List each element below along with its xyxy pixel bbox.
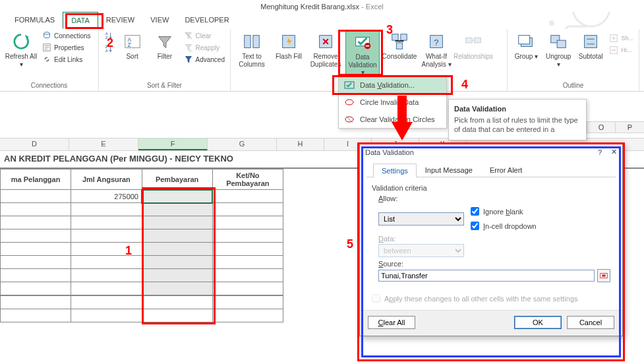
file-name: Menghitung Kredit Barang.xlsx — [260, 3, 359, 11]
anno-num-3: 3 — [386, 23, 393, 37]
ignore-blank-checkbox[interactable]: Ignore blank — [471, 207, 537, 216]
apply-changes-checkbox: Apply these changes to all other cells w… — [372, 294, 610, 303]
dv-check-icon — [344, 80, 355, 90]
remove-duplicates-button[interactable]: Remove Duplicates — [308, 30, 343, 69]
source-label: Source: — [378, 260, 610, 268]
connections-button[interactable]: Connections — [41, 30, 92, 41]
reapply-button[interactable]: Reapply — [183, 42, 226, 53]
circle-invalid-icon — [344, 97, 355, 107]
col-head-E[interactable]: E — [69, 138, 138, 150]
dialog-title: Data Validation — [365, 148, 414, 156]
col-head-P[interactable]: P — [616, 121, 644, 133]
table-row[interactable] — [1, 269, 283, 282]
tab-data[interactable]: DATA — [63, 12, 98, 29]
sort-button[interactable]: AZ Sort — [117, 30, 147, 62]
close-button[interactable]: ✕ — [611, 148, 617, 156]
dlg-tab-settings[interactable]: Settings — [373, 164, 417, 177]
subtotal-button[interactable]: Subtotal — [576, 30, 606, 62]
dlg-tab-input-message[interactable]: Input Message — [417, 163, 481, 177]
refresh-icon — [11, 32, 31, 51]
data-validation-button[interactable]: Data Validation ▾ — [345, 30, 380, 78]
data-label: Data: — [378, 235, 610, 243]
svg-rect-19 — [396, 43, 402, 49]
filter-button[interactable]: Filter — [150, 30, 179, 62]
svg-rect-18 — [401, 34, 407, 40]
what-if-button[interactable]: ? What-If Analysis ▾ — [419, 30, 454, 69]
filter-icon — [155, 32, 175, 51]
hide-detail-button[interactable]: Hi... — [608, 45, 635, 55]
tab-review[interactable]: REVIEW — [98, 12, 142, 29]
clear-circles-icon — [344, 114, 355, 125]
table-row[interactable] — [1, 216, 283, 229]
advanced-button[interactable]: Advanced — [183, 54, 226, 65]
refresh-all-button[interactable]: Refresh All ▾ — [4, 30, 38, 69]
clear-filter-button[interactable]: Clear — [183, 30, 226, 41]
col-head-H[interactable]: H — [277, 138, 324, 150]
text-to-columns-button[interactable]: Text to Columns — [235, 30, 269, 69]
col-head-G[interactable]: G — [208, 138, 277, 150]
svg-point-2 — [44, 32, 50, 35]
criteria-label: Validation criteria — [372, 184, 610, 192]
minus-detail-icon — [609, 46, 618, 55]
group-label-sort-filter: Sort & Filter — [103, 80, 226, 91]
cancel-button[interactable]: Cancel — [567, 316, 614, 329]
group-label-connections: Connections — [4, 80, 94, 91]
table-row[interactable] — [1, 229, 283, 243]
svg-rect-12 — [253, 36, 259, 48]
active-cell[interactable] — [142, 190, 212, 203]
flash-fill-icon — [279, 32, 299, 51]
flash-fill-button[interactable]: Flash Fill — [272, 30, 306, 62]
svg-text:Z: Z — [127, 42, 131, 48]
ribbon-tabs: FORMULAS DATA REVIEW VIEW DEVELOPER — [0, 12, 644, 29]
tab-developer[interactable]: DEVELOPER — [177, 12, 237, 29]
table-row[interactable] — [1, 203, 283, 216]
th-pelanggan: ma Pelanggan — [1, 169, 71, 190]
what-if-icon: ? — [426, 32, 446, 51]
tooltip: Data Validation Pick from a list of rule… — [448, 99, 587, 140]
col-head-O[interactable]: O — [587, 121, 616, 133]
properties-icon — [42, 43, 51, 52]
menu-item-data-validation[interactable]: Data Validation... — [339, 76, 446, 94]
svg-rect-22 — [466, 38, 472, 43]
text-to-columns-icon — [242, 32, 262, 51]
svg-rect-25 — [519, 36, 530, 44]
svg-rect-17 — [392, 34, 398, 40]
svg-rect-28 — [585, 36, 597, 48]
show-detail-button[interactable]: Sh... — [608, 33, 635, 44]
group-label-outline: Outline — [512, 80, 635, 91]
properties-button[interactable]: Properties — [41, 42, 92, 53]
arrow-down-icon — [389, 96, 415, 143]
ribbon: Refresh All ▾ Connections Properties Edi… — [0, 29, 644, 92]
col-head-F[interactable]: F — [138, 138, 208, 150]
col-head-D[interactable]: D — [0, 138, 69, 150]
dlg-tab-error-alert[interactable]: Error Alert — [481, 163, 531, 177]
allow-select[interactable]: List — [378, 212, 464, 226]
edit-links-button[interactable]: Edit Links — [41, 54, 92, 65]
titlebar: Menghitung Kredit Barang.xlsx - Excel — [0, 0, 644, 12]
tab-formulas[interactable]: FORMULAS — [7, 12, 63, 29]
incell-dropdown-checkbox[interactable]: In-cell dropdown — [471, 222, 537, 230]
ok-button[interactable]: OK — [514, 316, 562, 329]
clear-all-button[interactable]: Clear All — [368, 316, 415, 329]
th-angsuran: Jml Angsuran — [71, 169, 142, 190]
relationships-button[interactable]: Relationships — [456, 30, 490, 62]
svg-rect-23 — [475, 38, 481, 43]
advanced-icon — [184, 55, 193, 64]
table-row[interactable] — [1, 282, 283, 295]
subtotal-icon — [581, 32, 600, 51]
source-input[interactable] — [378, 270, 595, 282]
cell-angsuran-1[interactable]: 275000 — [71, 190, 142, 203]
ungroup-button[interactable]: Ungroup ▾ — [544, 30, 573, 69]
ungroup-icon — [548, 32, 568, 51]
table-row[interactable]: 275000 — [1, 190, 283, 203]
sort-icon: AZ — [123, 32, 142, 51]
help-button[interactable]: ? — [598, 148, 602, 156]
range-picker-button[interactable] — [597, 269, 610, 282]
table-row[interactable] — [1, 243, 283, 256]
svg-rect-35 — [602, 274, 605, 277]
table-row[interactable] — [1, 256, 283, 269]
tooltip-body: Pick from a list of rules to limit the t… — [454, 115, 581, 135]
tooltip-title: Data Validation — [454, 105, 581, 113]
tab-view[interactable]: VIEW — [142, 12, 177, 29]
group-button[interactable]: Group ▾ — [512, 30, 541, 62]
